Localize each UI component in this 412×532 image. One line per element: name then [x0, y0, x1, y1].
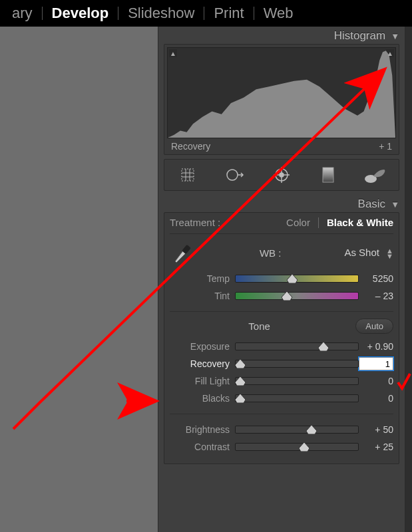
redeye-tool[interactable] — [270, 164, 293, 186]
adjustment-brush-tool[interactable] — [364, 164, 387, 186]
graduated-filter-tool[interactable] — [317, 164, 339, 186]
recovery-slider[interactable] — [235, 360, 359, 368]
temp-value[interactable]: 5250 — [359, 273, 393, 284]
fill-light-slider[interactable] — [235, 377, 359, 385]
white-balance-eyedropper[interactable] — [170, 241, 196, 264]
tint-value[interactable]: – 23 — [359, 291, 393, 301]
histogram-status: Recovery + 1 — [167, 138, 396, 152]
temp-slider[interactable] — [235, 275, 359, 283]
right-panel: Histogram ▼ ▲ ▲ Recovery + 1 — [158, 27, 405, 532]
crop-tool[interactable] — [176, 164, 199, 186]
slider-thumb[interactable] — [235, 376, 246, 386]
svg-rect-10 — [323, 168, 333, 182]
blacks-row: Blacks 0 — [170, 390, 393, 407]
disclosure-icon: ▼ — [391, 32, 399, 41]
tab-library[interactable]: ary — [3, 5, 42, 22]
wb-preset-select[interactable]: As Shot ▲▼ — [344, 247, 393, 259]
tab-print[interactable]: Print — [204, 5, 253, 22]
select-arrows-icon: ▲▼ — [386, 248, 393, 259]
tint-label: Tint — [170, 291, 235, 301]
brightness-row: Brightness + 50 — [170, 421, 393, 438]
contrast-label: Contrast — [170, 442, 235, 452]
treatment-row: Treatment : Color Black & White — [170, 217, 393, 234]
white-balance-row: WB : As Shot ▲▼ — [170, 239, 393, 266]
brightness-slider[interactable] — [235, 426, 359, 434]
tint-row: Tint – 23 — [170, 287, 393, 305]
wb-label: WB : — [196, 247, 344, 259]
eyedropper-icon — [174, 241, 192, 264]
basic-header[interactable]: Basic ▼ — [158, 195, 405, 212]
slider-thumb[interactable] — [299, 442, 309, 452]
disclosure-icon: ▼ — [391, 200, 399, 209]
slider-thumb[interactable] — [235, 359, 246, 368]
brightness-value[interactable]: + 50 — [359, 424, 393, 435]
brightness-label: Brightness — [170, 424, 235, 435]
module-tabs: ary Develop Slideshow Print Web — [0, 0, 412, 27]
histogram-panel: ▲ ▲ Recovery + 1 — [164, 44, 399, 155]
histogram-curve — [168, 48, 395, 138]
contrast-row: Contrast + 25 — [170, 438, 393, 456]
slider-thumb[interactable] — [282, 291, 292, 301]
recovery-input[interactable] — [359, 357, 393, 370]
tone-label: Tone — [170, 321, 349, 332]
contrast-slider[interactable] — [235, 443, 359, 451]
contrast-value[interactable]: + 25 — [359, 442, 393, 452]
exposure-slider[interactable] — [235, 342, 359, 350]
histogram-status-value: + 1 — [379, 141, 392, 152]
histogram-header[interactable]: Histogram ▼ — [158, 27, 405, 44]
tint-slider[interactable] — [235, 292, 359, 300]
fill-light-value[interactable]: 0 — [359, 376, 393, 386]
exposure-row: Exposure + 0.90 — [170, 338, 393, 355]
tab-web[interactable]: Web — [254, 5, 303, 22]
spot-removal-tool[interactable] — [224, 164, 246, 186]
tab-slideshow[interactable]: Slideshow — [118, 5, 204, 22]
blacks-value[interactable]: 0 — [359, 393, 393, 404]
slider-thumb[interactable] — [306, 425, 317, 434]
tab-develop[interactable]: Develop — [43, 5, 118, 22]
recovery-row: Recovery — [170, 355, 393, 372]
panel-scrollbar[interactable] — [405, 27, 412, 532]
exposure-value[interactable]: + 0.90 — [359, 341, 393, 352]
section-separator — [170, 414, 393, 414]
fill-light-row: Fill Light 0 — [170, 372, 393, 390]
treatment-color[interactable]: Color — [286, 217, 310, 228]
wb-preset-value: As Shot — [344, 247, 379, 258]
svg-rect-0 — [182, 169, 194, 181]
basic-panel: Treatment : Color Black & White WB : — [164, 212, 399, 464]
section-separator — [170, 311, 393, 312]
blacks-label: Blacks — [170, 393, 235, 404]
histogram-display[interactable]: ▲ ▲ — [167, 47, 396, 138]
treatment-separator — [318, 217, 319, 228]
treatment-label: Treatment : — [170, 217, 220, 228]
blacks-slider[interactable] — [235, 394, 359, 402]
slider-thumb[interactable] — [235, 394, 246, 403]
histogram-status-label: Recovery — [171, 141, 210, 152]
exposure-label: Exposure — [170, 341, 235, 352]
svg-point-5 — [227, 170, 238, 180]
temp-row: Temp 5250 — [170, 270, 393, 287]
slider-thumb[interactable] — [287, 274, 298, 283]
temp-label: Temp — [170, 273, 235, 284]
tone-header: Tone Auto — [170, 319, 393, 334]
histogram-title: Histogram — [334, 29, 385, 43]
slider-thumb[interactable] — [318, 342, 329, 351]
tool-strip — [164, 159, 399, 191]
recovery-label: Recovery — [170, 358, 235, 369]
basic-title: Basic — [358, 198, 386, 211]
treatment-bw[interactable]: Black & White — [327, 217, 393, 228]
fill-light-label: Fill Light — [170, 376, 235, 386]
auto-tone-button[interactable]: Auto — [355, 319, 393, 334]
